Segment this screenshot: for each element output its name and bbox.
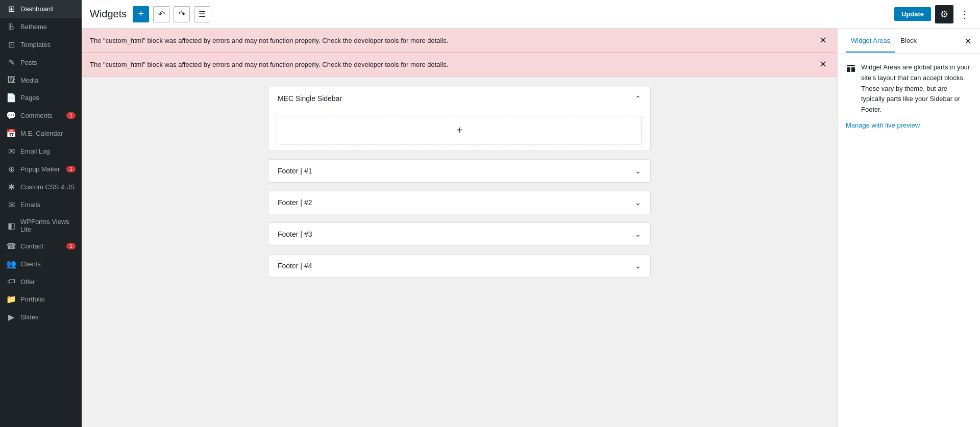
email-log-icon: ✉ [6,146,16,156]
sidebar-item-media[interactable]: 🖼 Media [0,71,82,89]
sidebar-item-dashboard[interactable]: ⊞ Dashboard [0,0,82,18]
wpforms-views-icon: ◧ [6,221,16,231]
widget-area-icon [846,63,856,76]
clients-icon: 👥 [6,259,16,269]
editor-area: The "custom_html" block was affected by … [82,29,837,427]
sidebar-item-templates[interactable]: ⊡ Templates [0,36,82,54]
emails-icon: ✉ [6,200,16,210]
page-title: Widgets [90,8,127,20]
offer-icon: 🏷 [6,277,16,286]
content-area: The "custom_html" block was affected by … [82,29,980,427]
sidebar-item-emails[interactable]: ✉ Emails [0,196,82,214]
widget-section-header-mec-single-sidebar[interactable]: MEC Single Sidebar ⌃ [268,87,650,110]
widget-section-footer-3: Footer | #3 ⌄ [268,222,651,246]
settings-button[interactable]: ⚙ [935,5,953,23]
add-block-area-mec-single-sidebar[interactable]: + [277,116,642,144]
panel-close-button[interactable]: ✕ [964,36,972,47]
badge-popup-maker: 1 [66,166,76,172]
sidebar-label-popup-maker: Popup Maker [20,165,60,173]
sidebar-item-pages[interactable]: 📄 Pages [0,89,82,107]
badge-contact: 1 [66,243,76,249]
sidebar-label-wpforms-views: WPForms Views Lite [20,218,76,233]
sidebar-label-portfolio: Portfolio [20,295,45,303]
chevron-icon-footer-2: ⌄ [635,198,641,207]
panel-body: Widget Areas are global parts in your si… [838,54,980,427]
sidebar-item-portfolio[interactable]: 📁 Portfolio [0,290,82,308]
sidebar-label-templates: Templates [20,41,51,48]
panel-header: Widget AreasBlock ✕ [838,29,980,54]
posts-icon: ✎ [6,58,16,67]
tab-block[interactable]: Block [895,30,922,53]
error-message-1: The "custom_html" block was affected by … [90,61,448,68]
widget-section-footer-4: Footer | #4 ⌄ [268,254,651,278]
redo-button[interactable]: ↷ [174,6,190,22]
sidebar-label-pages: Pages [20,94,39,102]
chevron-icon-footer-1: ⌄ [635,167,641,175]
error-banner-0: The "custom_html" block was affected by … [82,29,837,53]
sidebar-item-offer[interactable]: 🏷 Offer [0,273,82,290]
error-close-button-1[interactable]: ✕ [817,59,829,70]
widget-section-title-footer-2: Footer | #2 [278,198,312,207]
sidebar-item-popup-maker[interactable]: ⊕ Popup Maker 1 [0,160,82,178]
sidebar-item-wpforms-views[interactable]: ◧ WPForms Views Lite [0,214,82,237]
sidebar-item-email-log[interactable]: ✉ Email Log [0,142,82,160]
add-block-button[interactable]: + [133,6,149,22]
manage-live-preview-link[interactable]: Manage with live preview [846,121,972,129]
error-banner-1: The "custom_html" block was affected by … [82,53,837,77]
widget-section-footer-2: Footer | #2 ⌄ [268,191,651,214]
sidebar-label-dashboard: Dashboard [20,5,53,13]
topbar: Widgets + ↶ ↷ ☰ Update ⚙ ⋮ [82,0,980,29]
right-panel: Widget AreasBlock ✕ Widget Areas are glo… [837,29,980,427]
error-close-button-0[interactable]: ✕ [817,35,829,46]
sidebar-item-clients[interactable]: 👥 Clients [0,255,82,273]
svg-rect-0 [847,65,855,66]
svg-rect-2 [851,67,855,72]
custom-css-icon: ✱ [6,182,16,192]
tools-button[interactable]: ☰ [194,6,210,22]
sidebar-label-betheme: Betheme [20,23,47,31]
update-button[interactable]: Update [894,7,931,21]
sidebar-item-contact[interactable]: ☎ Contact 1 [0,237,82,255]
templates-icon: ⊡ [6,40,16,49]
widget-section-header-footer-4[interactable]: Footer | #4 ⌄ [268,255,650,277]
sidebar-label-emails: Emails [20,201,40,209]
sidebar-label-contact: Contact [20,242,43,250]
undo-button[interactable]: ↶ [153,6,169,22]
widget-section-footer-1: Footer | #1 ⌄ [268,159,651,183]
more-options-button[interactable]: ⋮ [958,6,972,22]
sidebar-item-betheme[interactable]: 𝔹 Betheme [0,18,82,36]
pages-icon: 📄 [6,93,16,103]
widget-section-title-footer-1: Footer | #1 [278,167,312,175]
widget-canvas: MEC Single Sidebar ⌃ + Footer | #1 ⌄ Foo… [82,77,837,427]
widget-section-header-footer-3[interactable]: Footer | #3 ⌄ [268,223,650,245]
sidebar-label-custom-css: Custom CSS & JS [20,183,75,191]
portfolio-icon: 📁 [6,294,16,304]
svg-rect-1 [847,67,850,72]
sidebar: ⊞ Dashboard 𝔹 Betheme ⊡ Templates ✎ Post… [0,0,82,427]
sidebar-label-comments: Comments [20,112,53,119]
media-icon: 🖼 [6,76,16,85]
widget-section-header-footer-2[interactable]: Footer | #2 ⌄ [268,191,650,214]
sidebar-item-slides[interactable]: ▶ Slides [0,308,82,326]
sidebar-label-clients: Clients [20,260,41,268]
topbar-right: Update ⚙ ⋮ [894,5,972,23]
tab-widget-areas[interactable]: Widget Areas [846,30,895,53]
sidebar-item-comments[interactable]: 💬 Comments 1 [0,107,82,124]
betheme-icon: 𝔹 [6,22,16,32]
sidebar-item-posts[interactable]: ✎ Posts [0,54,82,71]
sidebar-item-custom-css[interactable]: ✱ Custom CSS & JS [0,178,82,196]
sidebar-label-slides: Slides [20,313,38,321]
error-message-0: The "custom_html" block was affected by … [90,37,448,44]
add-block-plus-icon-mec-single-sidebar: + [456,124,462,136]
me-calendar-icon: 📅 [6,129,16,138]
sidebar-label-email-log: Email Log [20,147,50,155]
contact-icon: ☎ [6,241,16,251]
comments-icon: 💬 [6,111,16,120]
badge-comments: 1 [66,112,76,119]
sidebar-item-me-calendar[interactable]: 📅 M.E. Calendar [0,124,82,142]
widget-section-header-footer-1[interactable]: Footer | #1 ⌄ [268,160,650,182]
sidebar-label-media: Media [20,77,38,84]
chevron-icon-footer-3: ⌄ [635,230,641,238]
sidebar-label-offer: Offer [20,278,35,286]
main-wrap: Widgets + ↶ ↷ ☰ Update ⚙ ⋮ The "custom_h… [82,0,980,427]
